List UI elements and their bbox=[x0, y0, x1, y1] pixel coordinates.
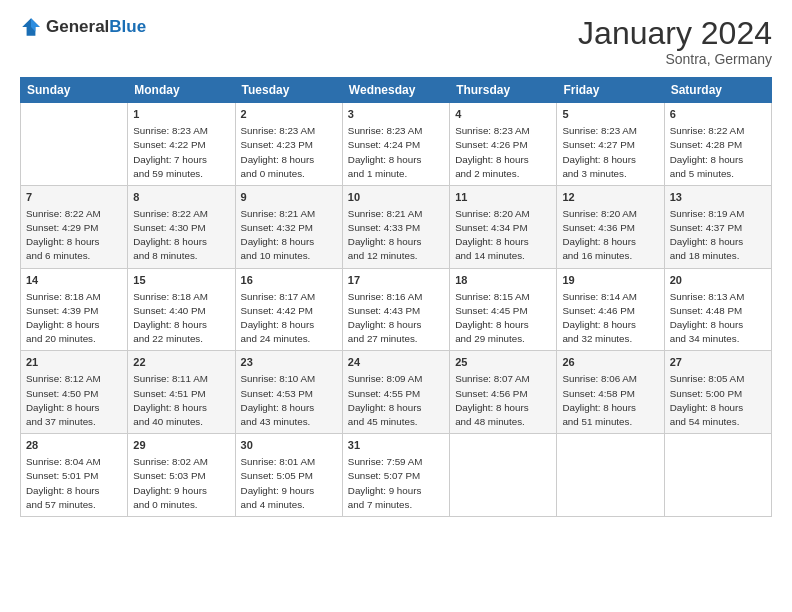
day-info: Sunrise: 8:13 AMSunset: 4:48 PMDaylight:… bbox=[670, 290, 766, 347]
calendar-cell-w2-d6: 12Sunrise: 8:20 AMSunset: 4:36 PMDayligh… bbox=[557, 185, 664, 268]
calendar-cell-w3-d4: 17Sunrise: 8:16 AMSunset: 4:43 PMDayligh… bbox=[342, 268, 449, 351]
calendar-cell-w1-d1 bbox=[21, 103, 128, 186]
calendar-cell-w4-d6: 26Sunrise: 8:06 AMSunset: 4:58 PMDayligh… bbox=[557, 351, 664, 434]
logo-icon bbox=[20, 16, 42, 38]
day-info: Sunrise: 8:16 AMSunset: 4:43 PMDaylight:… bbox=[348, 290, 444, 347]
calendar-cell-w3-d7: 20Sunrise: 8:13 AMSunset: 4:48 PMDayligh… bbox=[664, 268, 771, 351]
calendar-cell-w1-d6: 5Sunrise: 8:23 AMSunset: 4:27 PMDaylight… bbox=[557, 103, 664, 186]
calendar-cell-w4-d3: 23Sunrise: 8:10 AMSunset: 4:53 PMDayligh… bbox=[235, 351, 342, 434]
calendar-cell-w3-d1: 14Sunrise: 8:18 AMSunset: 4:39 PMDayligh… bbox=[21, 268, 128, 351]
calendar-cell-w3-d5: 18Sunrise: 8:15 AMSunset: 4:45 PMDayligh… bbox=[450, 268, 557, 351]
col-friday: Friday bbox=[557, 78, 664, 103]
calendar-cell-w5-d3: 30Sunrise: 8:01 AMSunset: 5:05 PMDayligh… bbox=[235, 434, 342, 517]
day-info: Sunrise: 8:23 AMSunset: 4:27 PMDaylight:… bbox=[562, 124, 658, 181]
day-info: Sunrise: 8:20 AMSunset: 4:36 PMDaylight:… bbox=[562, 207, 658, 264]
day-info: Sunrise: 8:22 AMSunset: 4:30 PMDaylight:… bbox=[133, 207, 229, 264]
calendar-cell-w5-d6 bbox=[557, 434, 664, 517]
day-info: Sunrise: 8:09 AMSunset: 4:55 PMDaylight:… bbox=[348, 372, 444, 429]
day-number: 23 bbox=[241, 355, 337, 371]
calendar-cell-w2-d7: 13Sunrise: 8:19 AMSunset: 4:37 PMDayligh… bbox=[664, 185, 771, 268]
logo-general: GeneralBlue bbox=[46, 17, 146, 37]
calendar-cell-w4-d7: 27Sunrise: 8:05 AMSunset: 5:00 PMDayligh… bbox=[664, 351, 771, 434]
day-number: 28 bbox=[26, 438, 122, 454]
calendar-cell-w1-d7: 6Sunrise: 8:22 AMSunset: 4:28 PMDaylight… bbox=[664, 103, 771, 186]
day-number: 7 bbox=[26, 190, 122, 206]
page: GeneralBlue January 2024 Sontra, Germany… bbox=[0, 0, 792, 612]
title-month: January 2024 bbox=[578, 16, 772, 51]
calendar-week-3: 14Sunrise: 8:18 AMSunset: 4:39 PMDayligh… bbox=[21, 268, 772, 351]
calendar-cell-w2-d4: 10Sunrise: 8:21 AMSunset: 4:33 PMDayligh… bbox=[342, 185, 449, 268]
day-number: 14 bbox=[26, 273, 122, 289]
calendar-header-row: Sunday Monday Tuesday Wednesday Thursday… bbox=[21, 78, 772, 103]
day-info: Sunrise: 8:02 AMSunset: 5:03 PMDaylight:… bbox=[133, 455, 229, 512]
calendar-week-4: 21Sunrise: 8:12 AMSunset: 4:50 PMDayligh… bbox=[21, 351, 772, 434]
day-number: 10 bbox=[348, 190, 444, 206]
calendar-cell-w3-d3: 16Sunrise: 8:17 AMSunset: 4:42 PMDayligh… bbox=[235, 268, 342, 351]
day-info: Sunrise: 8:23 AMSunset: 4:26 PMDaylight:… bbox=[455, 124, 551, 181]
calendar-table: Sunday Monday Tuesday Wednesday Thursday… bbox=[20, 77, 772, 517]
col-wednesday: Wednesday bbox=[342, 78, 449, 103]
day-number: 18 bbox=[455, 273, 551, 289]
calendar-cell-w5-d7 bbox=[664, 434, 771, 517]
day-number: 27 bbox=[670, 355, 766, 371]
calendar-cell-w1-d2: 1Sunrise: 8:23 AMSunset: 4:22 PMDaylight… bbox=[128, 103, 235, 186]
calendar-cell-w4-d2: 22Sunrise: 8:11 AMSunset: 4:51 PMDayligh… bbox=[128, 351, 235, 434]
day-number: 17 bbox=[348, 273, 444, 289]
day-number: 3 bbox=[348, 107, 444, 123]
day-number: 20 bbox=[670, 273, 766, 289]
calendar-week-1: 1Sunrise: 8:23 AMSunset: 4:22 PMDaylight… bbox=[21, 103, 772, 186]
calendar-cell-w2-d2: 8Sunrise: 8:22 AMSunset: 4:30 PMDaylight… bbox=[128, 185, 235, 268]
col-sunday: Sunday bbox=[21, 78, 128, 103]
calendar-cell-w4-d1: 21Sunrise: 8:12 AMSunset: 4:50 PMDayligh… bbox=[21, 351, 128, 434]
day-info: Sunrise: 8:05 AMSunset: 5:00 PMDaylight:… bbox=[670, 372, 766, 429]
day-info: Sunrise: 8:21 AMSunset: 4:32 PMDaylight:… bbox=[241, 207, 337, 264]
calendar-week-2: 7Sunrise: 8:22 AMSunset: 4:29 PMDaylight… bbox=[21, 185, 772, 268]
calendar-cell-w2-d3: 9Sunrise: 8:21 AMSunset: 4:32 PMDaylight… bbox=[235, 185, 342, 268]
day-info: Sunrise: 8:19 AMSunset: 4:37 PMDaylight:… bbox=[670, 207, 766, 264]
calendar-cell-w5-d4: 31Sunrise: 7:59 AMSunset: 5:07 PMDayligh… bbox=[342, 434, 449, 517]
day-number: 16 bbox=[241, 273, 337, 289]
day-info: Sunrise: 8:23 AMSunset: 4:23 PMDaylight:… bbox=[241, 124, 337, 181]
day-number: 11 bbox=[455, 190, 551, 206]
day-number: 4 bbox=[455, 107, 551, 123]
calendar-cell-w5-d5 bbox=[450, 434, 557, 517]
day-number: 22 bbox=[133, 355, 229, 371]
col-tuesday: Tuesday bbox=[235, 78, 342, 103]
day-info: Sunrise: 8:06 AMSunset: 4:58 PMDaylight:… bbox=[562, 372, 658, 429]
calendar-cell-w2-d5: 11Sunrise: 8:20 AMSunset: 4:34 PMDayligh… bbox=[450, 185, 557, 268]
day-number: 25 bbox=[455, 355, 551, 371]
calendar-cell-w4-d5: 25Sunrise: 8:07 AMSunset: 4:56 PMDayligh… bbox=[450, 351, 557, 434]
day-number: 19 bbox=[562, 273, 658, 289]
day-number: 13 bbox=[670, 190, 766, 206]
calendar-week-5: 28Sunrise: 8:04 AMSunset: 5:01 PMDayligh… bbox=[21, 434, 772, 517]
day-number: 30 bbox=[241, 438, 337, 454]
day-info: Sunrise: 8:11 AMSunset: 4:51 PMDaylight:… bbox=[133, 372, 229, 429]
calendar-cell-w5-d2: 29Sunrise: 8:02 AMSunset: 5:03 PMDayligh… bbox=[128, 434, 235, 517]
day-number: 24 bbox=[348, 355, 444, 371]
col-monday: Monday bbox=[128, 78, 235, 103]
header: GeneralBlue January 2024 Sontra, Germany bbox=[20, 16, 772, 67]
day-number: 12 bbox=[562, 190, 658, 206]
day-number: 8 bbox=[133, 190, 229, 206]
day-number: 15 bbox=[133, 273, 229, 289]
day-info: Sunrise: 8:18 AMSunset: 4:39 PMDaylight:… bbox=[26, 290, 122, 347]
title-area: January 2024 Sontra, Germany bbox=[578, 16, 772, 67]
day-info: Sunrise: 8:04 AMSunset: 5:01 PMDaylight:… bbox=[26, 455, 122, 512]
day-info: Sunrise: 8:23 AMSunset: 4:22 PMDaylight:… bbox=[133, 124, 229, 181]
calendar-cell-w3-d2: 15Sunrise: 8:18 AMSunset: 4:40 PMDayligh… bbox=[128, 268, 235, 351]
calendar-cell-w3-d6: 19Sunrise: 8:14 AMSunset: 4:46 PMDayligh… bbox=[557, 268, 664, 351]
day-info: Sunrise: 8:12 AMSunset: 4:50 PMDaylight:… bbox=[26, 372, 122, 429]
calendar-cell-w5-d1: 28Sunrise: 8:04 AMSunset: 5:01 PMDayligh… bbox=[21, 434, 128, 517]
day-info: Sunrise: 8:20 AMSunset: 4:34 PMDaylight:… bbox=[455, 207, 551, 264]
day-number: 1 bbox=[133, 107, 229, 123]
day-info: Sunrise: 8:17 AMSunset: 4:42 PMDaylight:… bbox=[241, 290, 337, 347]
day-number: 6 bbox=[670, 107, 766, 123]
title-location: Sontra, Germany bbox=[578, 51, 772, 67]
day-number: 21 bbox=[26, 355, 122, 371]
day-number: 5 bbox=[562, 107, 658, 123]
calendar-cell-w1-d4: 3Sunrise: 8:23 AMSunset: 4:24 PMDaylight… bbox=[342, 103, 449, 186]
day-number: 2 bbox=[241, 107, 337, 123]
day-info: Sunrise: 8:01 AMSunset: 5:05 PMDaylight:… bbox=[241, 455, 337, 512]
calendar-cell-w1-d3: 2Sunrise: 8:23 AMSunset: 4:23 PMDaylight… bbox=[235, 103, 342, 186]
day-info: Sunrise: 8:18 AMSunset: 4:40 PMDaylight:… bbox=[133, 290, 229, 347]
